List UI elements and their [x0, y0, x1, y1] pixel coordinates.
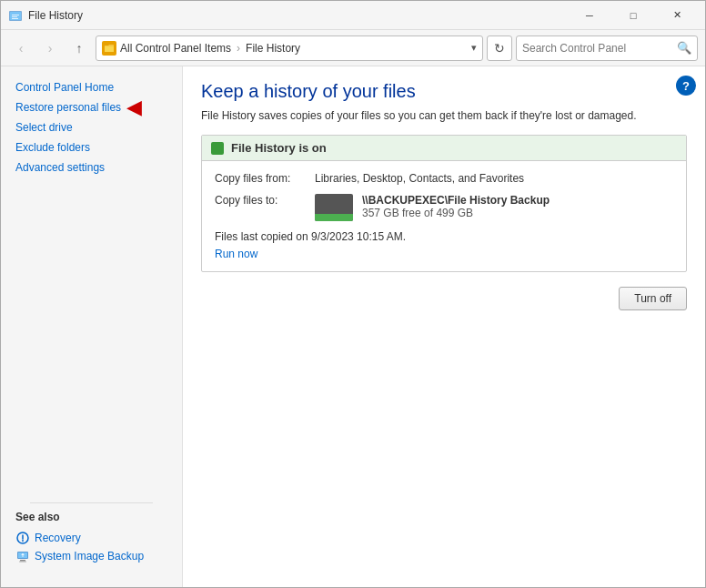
help-button[interactable]: ?	[676, 76, 696, 96]
window-title: File History	[28, 9, 569, 22]
address-dropdown-button[interactable]: ▾	[471, 42, 477, 54]
close-button[interactable]: ✕	[656, 1, 698, 30]
window-icon	[8, 8, 23, 23]
sidebar-item-select-drive[interactable]: Select drive	[1, 117, 182, 137]
drive-details: \\BACKUPEXEC\File History Backup 357 GB …	[362, 194, 550, 219]
svg-rect-2	[12, 15, 19, 15]
drive-space: 357 GB free of 499 GB	[362, 207, 550, 219]
status-box: File History is on Copy files from: Libr…	[201, 135, 687, 272]
see-also-recovery-label: Recovery	[35, 532, 81, 544]
sidebar-item-restore-personal-files[interactable]: Restore personal files	[1, 97, 182, 117]
see-also-section: See also Recovery	[1, 484, 182, 576]
sidebar-item-exclude-folders[interactable]: Exclude folders	[1, 137, 182, 157]
address-path-root: All Control Panel Items	[120, 42, 231, 55]
last-copied-text: Files last copied on 9/3/2023 10:15 AM.	[215, 230, 673, 243]
window: File History ─ □ ✕ ‹ › ↑ All Control Pan…	[0, 0, 706, 588]
sidebar-item-advanced-settings[interactable]: Advanced settings	[1, 157, 182, 177]
drive-info: \\BACKUPEXEC\File History Backup 357 GB …	[315, 194, 550, 221]
path-separator: ›	[237, 42, 240, 55]
status-body: Copy files from: Libraries, Desktop, Con…	[202, 161, 686, 271]
see-also-recovery[interactable]: Recovery	[15, 529, 167, 547]
title-bar: File History ─ □ ✕	[1, 1, 705, 30]
turn-off-button[interactable]: Turn off	[619, 287, 687, 310]
svg-rect-3	[12, 16, 17, 17]
svg-rect-9	[19, 562, 26, 563]
copy-to-label: Copy files to:	[215, 194, 315, 207]
drive-name: \\BACKUPEXEC\File History Backup	[362, 194, 550, 207]
folder-icon	[102, 41, 116, 56]
page-title: Keep a history of your files	[201, 81, 687, 102]
copy-from-row: Copy files from: Libraries, Desktop, Con…	[215, 172, 673, 185]
sidebar-divider	[30, 502, 153, 503]
status-indicator	[211, 142, 224, 155]
refresh-button[interactable]: ↻	[487, 35, 512, 61]
run-now-link[interactable]: Run now	[215, 248, 257, 260]
search-input[interactable]	[522, 42, 673, 55]
address-bar: ‹ › ↑ All Control Panel Items › File His…	[1, 30, 705, 66]
minimize-button[interactable]: ─	[569, 1, 610, 30]
status-label: File History is on	[231, 141, 327, 155]
address-path-current: File History	[246, 42, 300, 55]
svg-rect-4	[12, 18, 18, 19]
copy-from-label: Copy files from:	[215, 172, 315, 185]
drive-icon	[315, 194, 353, 221]
svg-rect-8	[20, 560, 25, 562]
back-button[interactable]: ‹	[8, 35, 34, 61]
search-icon: 🔍	[677, 41, 691, 55]
up-button[interactable]: ↑	[66, 35, 92, 61]
forward-button[interactable]: ›	[37, 35, 63, 61]
sidebar: Control Panel Home Restore personal file…	[1, 66, 183, 587]
drive-bar	[315, 214, 353, 221]
see-also-system-image-backup[interactable]: System Image Backup	[15, 547, 167, 565]
see-also-system-image-label: System Image Backup	[35, 550, 144, 563]
copy-from-value: Libraries, Desktop, Contacts, and Favori…	[315, 172, 524, 185]
recovery-icon	[15, 531, 30, 545]
see-also-title: See also	[15, 511, 167, 523]
content-area: ? Keep a history of your files File Hist…	[183, 66, 705, 587]
window-controls: ─ □ ✕	[569, 1, 698, 30]
bottom-actions: Turn off	[201, 287, 687, 310]
status-header: File History is on	[202, 136, 686, 161]
system-image-icon	[15, 549, 30, 563]
maximize-button[interactable]: □	[612, 1, 654, 30]
sidebar-item-control-panel-home[interactable]: Control Panel Home	[1, 77, 182, 97]
address-field[interactable]: All Control Panel Items › File History ▾	[96, 35, 483, 61]
copy-to-row: Copy files to: \\BACKUPEXEC\File History…	[215, 194, 673, 221]
page-subtitle: File History saves copies of your files …	[201, 109, 687, 122]
search-box[interactable]: 🔍	[516, 35, 698, 61]
main-area: Control Panel Home Restore personal file…	[1, 66, 705, 587]
